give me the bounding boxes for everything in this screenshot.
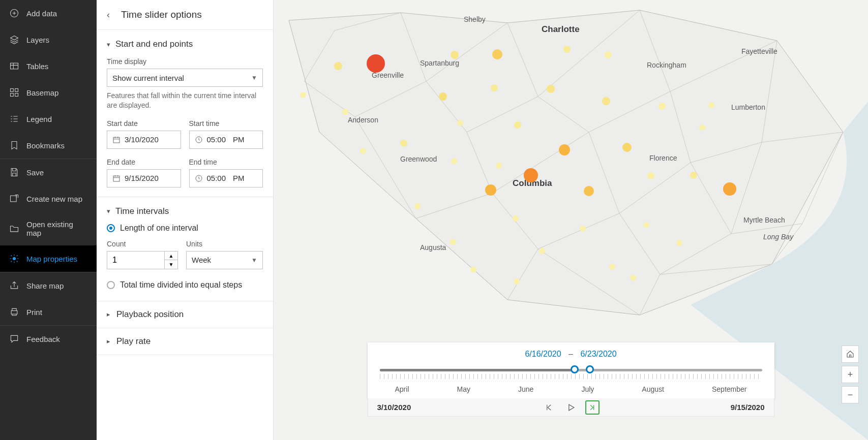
- select-value: Show current interval: [112, 74, 184, 82]
- month-label: September: [712, 385, 746, 393]
- data-point[interactable]: [605, 51, 612, 58]
- data-point[interactable]: [496, 163, 502, 169]
- data-point[interactable]: [602, 97, 610, 105]
- save-icon: [9, 167, 19, 177]
- radio-length-interval[interactable]: Length of one interval: [107, 222, 263, 235]
- time-full-start: 3/10/2020: [377, 403, 411, 412]
- data-point[interactable]: [708, 102, 714, 108]
- section-playback-position[interactable]: ▸ Playback position: [97, 301, 273, 328]
- sidebar-label: Print: [26, 308, 42, 317]
- play-button[interactable]: [564, 400, 578, 415]
- sidebar-label: Basemap: [26, 88, 58, 97]
- sidebar-item-bookmarks[interactable]: Bookmarks: [0, 132, 97, 159]
- end-time-ampm: PM: [233, 174, 245, 182]
- data-point[interactable]: [547, 85, 555, 93]
- section-play-rate[interactable]: ▸ Play rate: [97, 328, 273, 355]
- time-display-helper: Features that fall within the current ti…: [107, 91, 263, 110]
- sidebar-label: Open existing map: [26, 220, 87, 237]
- data-point[interactable]: [699, 124, 705, 131]
- data-point[interactable]: [690, 172, 697, 179]
- sidebar-item-basemap[interactable]: Basemap: [0, 79, 97, 106]
- data-point[interactable]: [360, 148, 366, 154]
- time-handle-end[interactable]: [586, 365, 594, 373]
- data-point[interactable]: [485, 184, 496, 196]
- zoom-out-button[interactable]: −: [842, 386, 859, 403]
- time-slider-options-panel: ‹ Time slider options ▾ Start and end po…: [97, 0, 274, 440]
- sidebar-item-open-map[interactable]: Open existing map: [0, 212, 97, 245]
- section-toggle-start-end[interactable]: ▾ Start and end points: [107, 37, 263, 54]
- start-time-input[interactable]: 05:00 PM: [189, 131, 263, 149]
- section-toggle-intervals[interactable]: ▾ Time intervals: [107, 204, 263, 222]
- svg-rect-6: [11, 196, 17, 202]
- data-point[interactable]: [514, 121, 521, 129]
- data-point[interactable]: [514, 278, 520, 285]
- data-point[interactable]: [559, 144, 570, 155]
- data-point[interactable]: [647, 172, 654, 179]
- sidebar-label: Layers: [26, 36, 49, 44]
- data-point[interactable]: [300, 92, 306, 98]
- count-step-down[interactable]: ▼: [165, 260, 178, 269]
- data-point[interactable]: [539, 248, 545, 254]
- data-point[interactable]: [450, 239, 456, 245]
- sidebar-item-tables[interactable]: Tables: [0, 53, 97, 79]
- data-point[interactable]: [513, 215, 519, 222]
- svg-rect-1: [11, 63, 18, 69]
- sidebar-item-create-map[interactable]: Create new map: [0, 185, 97, 212]
- end-time-input[interactable]: 05:00 PM: [189, 169, 263, 187]
- caret-down-icon: ▼: [251, 74, 257, 81]
- data-point[interactable]: [630, 275, 636, 281]
- data-point[interactable]: [659, 103, 666, 110]
- sidebar-item-print[interactable]: Print: [0, 299, 97, 325]
- step-back-button[interactable]: [543, 400, 557, 415]
- map-canvas[interactable]: ShelbyCharlotteFayettevilleSpartanburgRo…: [274, 0, 868, 440]
- data-point[interactable]: [580, 226, 586, 232]
- data-point[interactable]: [367, 54, 385, 73]
- zoom-in-button[interactable]: +: [842, 366, 859, 383]
- data-point[interactable]: [400, 140, 407, 147]
- data-point[interactable]: [723, 182, 736, 196]
- sidebar-label: Feedback: [26, 335, 60, 343]
- time-handle-start[interactable]: [571, 365, 579, 373]
- data-point[interactable]: [643, 222, 649, 228]
- data-point[interactable]: [676, 240, 682, 246]
- data-point[interactable]: [457, 120, 463, 126]
- data-point[interactable]: [563, 46, 571, 53]
- units-select[interactable]: Week ▼: [186, 251, 263, 269]
- data-point[interactable]: [609, 264, 615, 270]
- time-track[interactable]: [380, 367, 762, 382]
- end-date-input[interactable]: 9/15/2020: [107, 169, 181, 187]
- data-point[interactable]: [342, 109, 348, 115]
- radio-icon: [107, 224, 115, 232]
- sidebar-item-share[interactable]: Share map: [0, 272, 97, 299]
- data-point[interactable]: [524, 168, 538, 182]
- data-point[interactable]: [492, 49, 502, 59]
- back-button[interactable]: ‹: [107, 10, 110, 20]
- time-display-select[interactable]: Show current interval ▼: [107, 69, 263, 87]
- section-title: Play rate: [116, 336, 151, 347]
- sidebar-item-legend[interactable]: Legend: [0, 106, 97, 132]
- data-point[interactable]: [622, 143, 632, 152]
- sidebar-item-feedback[interactable]: Feedback: [0, 326, 97, 352]
- step-forward-button[interactable]: [585, 400, 600, 415]
- sidebar-item-map-properties[interactable]: Map properties: [0, 245, 97, 272]
- folder-icon: [9, 224, 19, 234]
- data-point[interactable]: [439, 92, 447, 101]
- count-input[interactable]: 1: [107, 251, 165, 269]
- data-point[interactable]: [470, 267, 476, 273]
- sidebar-item-add-data[interactable]: Add data: [0, 0, 97, 26]
- home-extent-button[interactable]: [842, 345, 859, 363]
- radio-equal-steps[interactable]: Total time divided into equal steps: [107, 278, 263, 292]
- count-step-up[interactable]: ▲: [165, 251, 178, 261]
- data-point[interactable]: [334, 62, 342, 70]
- basemap-icon: [9, 87, 19, 98]
- data-point[interactable]: [584, 186, 594, 196]
- sidebar-item-save[interactable]: Save: [0, 159, 97, 185]
- start-date-input[interactable]: 3/10/2020: [107, 131, 181, 149]
- time-ticks: [380, 374, 762, 379]
- data-point[interactable]: [414, 203, 421, 209]
- data-point[interactable]: [451, 158, 457, 164]
- sidebar-label: Legend: [26, 115, 52, 123]
- data-point[interactable]: [451, 51, 459, 59]
- sidebar-item-layers[interactable]: Layers: [0, 26, 97, 53]
- data-point[interactable]: [491, 84, 498, 91]
